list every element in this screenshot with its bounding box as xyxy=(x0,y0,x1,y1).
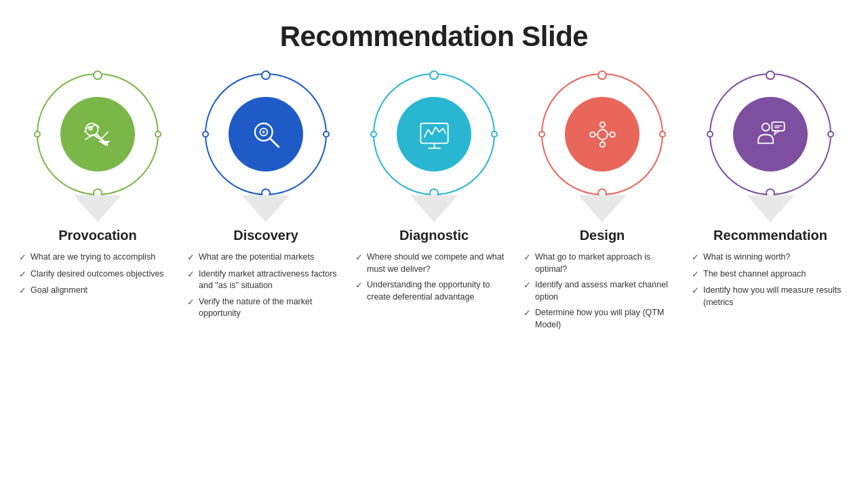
bullet-list-recommendation: ✓What is winning worth? ✓The best channe… xyxy=(686,251,854,312)
list-item: ✓What are we trying to accomplish xyxy=(19,251,176,264)
inner-circle-diagnostic xyxy=(397,97,471,171)
check-icon: ✓ xyxy=(524,308,531,320)
outer-ring-design xyxy=(541,73,663,195)
svg-rect-20 xyxy=(772,122,784,131)
list-item: ✓Identify market attractiveness factors … xyxy=(187,268,344,292)
bullet-list-provocation: ✓What are we trying to accomplish ✓Clari… xyxy=(14,251,182,302)
svg-point-19 xyxy=(762,123,769,131)
list-item: ✓Determine how you will play (QTM Model) xyxy=(524,307,681,331)
arrow-recommendation xyxy=(747,195,794,222)
column-diagnostic: Diagnostic ✓Where should we compete and … xyxy=(350,73,518,307)
provocation-icon xyxy=(79,116,117,153)
col-title-diagnostic: Diagnostic xyxy=(399,228,469,243)
list-item: ✓Identify and assess market channel opti… xyxy=(524,279,681,303)
list-item: ✓Where should we compete and what must w… xyxy=(355,251,513,275)
bullet-list-discovery: ✓What are the potential markets ✓Identif… xyxy=(182,251,350,324)
left-dot-recommendation xyxy=(707,131,713,138)
columns-container: Provocation ✓What are we trying to accom… xyxy=(14,73,854,474)
check-icon: ✓ xyxy=(692,252,699,264)
discovery-icon xyxy=(248,116,285,153)
check-icon: ✓ xyxy=(187,269,195,281)
bullet-list-design: ✓What go to market approach is optimal? … xyxy=(518,251,686,335)
list-item: ✓Goal alignment xyxy=(19,285,176,298)
arrow-provocation xyxy=(74,195,121,222)
left-dot-discovery xyxy=(202,131,209,138)
arrow-design xyxy=(578,195,626,222)
slide: Recommendation Slide xyxy=(0,0,868,488)
outer-ring-recommendation xyxy=(709,73,831,195)
design-icon xyxy=(584,116,621,153)
left-dot-diagnostic xyxy=(370,131,377,138)
check-icon: ✓ xyxy=(692,285,699,298)
column-recommendation: Recommendation ✓What is winning worth? ✓… xyxy=(686,73,854,312)
check-icon: ✓ xyxy=(524,252,531,264)
list-item: ✓Clarify desired outcomes objectives xyxy=(19,268,176,281)
col-title-provocation: Provocation xyxy=(58,228,137,243)
col-title-recommendation: Recommendation xyxy=(713,228,827,243)
right-dot-provocation xyxy=(155,131,161,138)
icon-area-diagnostic xyxy=(366,73,502,222)
check-icon: ✓ xyxy=(19,285,26,298)
arrow-discovery xyxy=(242,195,290,222)
check-icon: ✓ xyxy=(524,280,531,292)
icon-area-discovery xyxy=(198,73,334,222)
icon-area-design xyxy=(534,73,670,222)
right-dot-recommendation xyxy=(827,131,834,138)
left-dot-design xyxy=(538,131,545,138)
diagnostic-icon xyxy=(416,116,453,153)
right-dot-design xyxy=(659,131,666,138)
col-title-discovery: Discovery xyxy=(233,228,298,243)
check-icon: ✓ xyxy=(692,269,699,281)
svg-point-11 xyxy=(599,122,604,127)
inner-circle-recommendation xyxy=(733,97,808,171)
check-icon: ✓ xyxy=(187,252,195,264)
right-dot-diagnostic xyxy=(491,131,498,138)
inner-circle-design xyxy=(565,97,639,171)
check-icon: ✓ xyxy=(187,297,195,309)
list-item: ✓What are the potential markets xyxy=(187,251,344,264)
list-item: ✓Understanding the opportunity to create… xyxy=(355,279,513,303)
recommendation-icon xyxy=(752,116,789,153)
col-title-design: Design xyxy=(580,228,625,243)
svg-point-6 xyxy=(262,131,265,134)
outer-ring-provocation xyxy=(37,73,159,195)
outer-ring-discovery xyxy=(205,73,327,195)
list-item: ✓What go to market approach is optimal? xyxy=(524,251,681,275)
column-discovery: Discovery ✓What are the potential market… xyxy=(182,73,350,324)
svg-point-10 xyxy=(597,129,608,140)
inner-circle-discovery xyxy=(229,97,303,171)
column-design: Design ✓What go to market approach is op… xyxy=(518,73,686,335)
svg-point-13 xyxy=(590,131,595,136)
outer-ring-diagnostic xyxy=(373,73,495,195)
slide-title: Recommendation Slide xyxy=(280,20,588,53)
svg-line-4 xyxy=(270,138,279,147)
arrow-diagnostic xyxy=(410,195,458,222)
list-item: ✓Verify the nature of the market opportu… xyxy=(187,296,344,320)
column-provocation: Provocation ✓What are we trying to accom… xyxy=(14,73,182,302)
check-icon: ✓ xyxy=(355,280,363,292)
list-item: ✓Identify how you will measure results (… xyxy=(692,285,849,308)
bullet-list-diagnostic: ✓Where should we compete and what must w… xyxy=(350,251,518,307)
list-item: ✓What is winning worth? xyxy=(692,251,849,264)
right-dot-discovery xyxy=(323,131,330,138)
svg-rect-7 xyxy=(420,123,448,143)
left-dot-provocation xyxy=(34,131,41,138)
check-icon: ✓ xyxy=(19,269,26,281)
check-icon: ✓ xyxy=(19,252,26,264)
inner-circle-provocation xyxy=(60,97,135,171)
icon-area-provocation xyxy=(30,73,165,222)
list-item: ✓The best channel approach xyxy=(692,268,849,281)
svg-point-12 xyxy=(599,142,604,146)
check-icon: ✓ xyxy=(355,252,363,264)
icon-area-recommendation xyxy=(703,73,838,222)
svg-point-14 xyxy=(610,131,614,136)
